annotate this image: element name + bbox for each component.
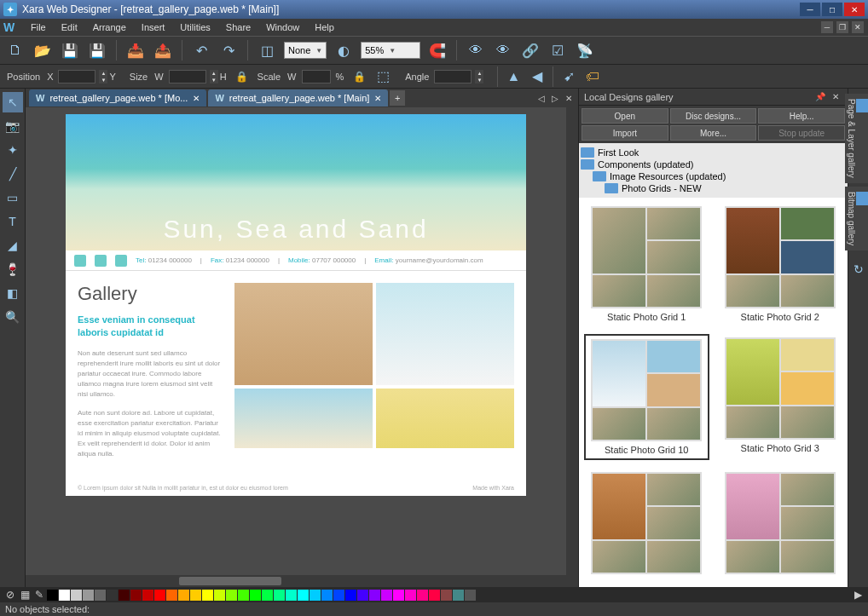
gallery-item[interactable]: Static Photo Grid 1	[584, 203, 709, 325]
social-icon[interactable]	[74, 255, 86, 267]
open-button[interactable]: Open	[582, 108, 668, 124]
angle-up[interactable]: ▲	[475, 70, 483, 77]
doc-close-button[interactable]: ✕	[852, 21, 864, 33]
menu-file[interactable]: File	[24, 20, 53, 34]
new-tab-button[interactable]: +	[390, 90, 405, 106]
hero-text[interactable]: Sun, Sea and Sand	[163, 215, 428, 250]
color-swatch[interactable]	[441, 590, 452, 601]
color-swatch[interactable]	[429, 590, 440, 601]
tab-prev-icon[interactable]: ◁	[535, 92, 547, 104]
arrow-tool-icon[interactable]: ➹	[558, 66, 579, 87]
selector-tool-icon[interactable]: ↖	[3, 92, 23, 112]
export-web-icon[interactable]: ☑	[547, 40, 568, 60]
color-swatch[interactable]	[202, 590, 213, 601]
color-swatch[interactable]	[286, 590, 297, 601]
transparency-tool-icon[interactable]: 🍷	[3, 259, 23, 279]
w-field[interactable]	[169, 70, 206, 83]
lock-scale-icon[interactable]: 🔒	[349, 66, 369, 87]
gallery-item[interactable]	[718, 469, 843, 581]
gallery-heading[interactable]: Gallery	[78, 283, 223, 305]
rect-tool-icon[interactable]: ▭	[3, 187, 23, 208]
fill-combo[interactable]: None▼	[284, 42, 327, 59]
publish-icon[interactable]: 📡	[575, 40, 595, 60]
refresh-icon[interactable]: ↻	[848, 259, 869, 279]
menu-utilities[interactable]: Utilities	[173, 20, 217, 34]
bitmap-gallery-tab[interactable]: Bitmap gallery	[845, 187, 868, 250]
zoom-combo[interactable]: 55%▼	[361, 42, 420, 59]
horizontal-scrollbar[interactable]	[26, 575, 578, 587]
canvas[interactable]: Sun, Sea and Sand Tel: 01234 000000 | Fa…	[26, 107, 566, 575]
undo-icon[interactable]: ↶	[191, 40, 211, 60]
menu-arrange[interactable]: Arrange	[86, 20, 133, 34]
open-icon[interactable]: 📂	[32, 40, 53, 60]
grid-cell[interactable]	[234, 283, 373, 385]
color-swatch[interactable]	[214, 590, 225, 601]
more-button[interactable]: More...	[670, 125, 757, 141]
hero-image[interactable]: Sun, Sea and Sand	[66, 114, 526, 250]
color-swatch[interactable]	[154, 590, 165, 601]
color-swatch[interactable]	[83, 590, 94, 601]
menu-help[interactable]: Help	[308, 20, 341, 34]
flip-v-icon[interactable]: ◀	[527, 66, 547, 87]
shape-tool-icon[interactable]: ✦	[3, 140, 23, 160]
grid-cell[interactable]	[376, 283, 514, 385]
color-swatch[interactable]	[310, 590, 321, 601]
gallery-item[interactable]: Static Photo Grid 3	[718, 334, 843, 460]
maximize-button[interactable]: □	[822, 3, 842, 16]
color-swatch[interactable]	[345, 590, 356, 601]
color-swatch[interactable]	[130, 590, 142, 601]
gallery-item[interactable]	[584, 469, 709, 581]
minimize-button[interactable]: ─	[800, 3, 820, 16]
color-swatch[interactable]	[298, 590, 309, 601]
pin-icon[interactable]: 📌	[815, 92, 825, 101]
snap-icon[interactable]: 🧲	[427, 40, 448, 60]
color-swatch[interactable]	[465, 590, 476, 601]
color-swatch[interactable]	[71, 590, 82, 601]
preview-page-icon[interactable]: 👁	[493, 40, 513, 60]
clone-icon[interactable]: ◫	[257, 40, 277, 60]
color-swatch[interactable]	[178, 590, 189, 601]
tab-close-icon[interactable]: ✕	[193, 94, 200, 103]
color-swatch[interactable]	[453, 590, 464, 601]
export-icon[interactable]: 📤	[153, 40, 173, 60]
color-swatch[interactable]	[238, 590, 249, 601]
gallery-tree[interactable]: First Look Components (updated) Image Re…	[579, 143, 848, 198]
color-swatch[interactable]	[142, 590, 153, 601]
page-layer-gallery-tab[interactable]: Page & Layer gallery	[845, 94, 868, 183]
w-up[interactable]: ▲	[210, 70, 218, 77]
tab-close-all-icon[interactable]: ✕	[563, 92, 575, 104]
help-button[interactable]: Help...	[758, 108, 845, 124]
link-icon[interactable]: 🔗	[520, 40, 541, 60]
angle-down[interactable]: ▼	[475, 77, 483, 83]
color-swatch[interactable]	[333, 590, 344, 601]
lock-aspect-icon[interactable]: 🔒	[232, 66, 252, 87]
color-swatch[interactable]	[417, 590, 428, 601]
close-button[interactable]: ✕	[844, 3, 865, 16]
x-up[interactable]: ▲	[99, 70, 107, 77]
text-tool-icon[interactable]: T	[3, 211, 23, 232]
menu-insert[interactable]: Insert	[135, 20, 172, 34]
vertical-scrollbar[interactable]	[566, 107, 578, 575]
photo-tool-icon[interactable]: 📷	[3, 116, 23, 136]
disc-designs-button[interactable]: Disc designs...	[670, 108, 757, 124]
grid-cell[interactable]	[234, 389, 373, 448]
color-swatch[interactable]	[357, 590, 368, 601]
tab-next-icon[interactable]: ▷	[549, 92, 561, 104]
color-swatch[interactable]	[226, 590, 237, 601]
w-down[interactable]: ▼	[210, 77, 218, 83]
color-swatch[interactable]	[274, 590, 285, 601]
color-swatch[interactable]	[119, 590, 130, 601]
color-swatch[interactable]	[250, 590, 261, 601]
x-down[interactable]: ▼	[99, 77, 107, 83]
menu-window[interactable]: Window	[259, 20, 306, 34]
tag-icon[interactable]: 🏷	[582, 66, 603, 87]
x-field[interactable]	[58, 70, 95, 83]
color-swatch[interactable]	[381, 590, 392, 601]
scale-w-field[interactable]	[302, 70, 331, 83]
new-icon[interactable]: 🗋	[5, 40, 26, 60]
import-icon[interactable]: 📥	[125, 40, 146, 60]
fill-tool-icon[interactable]: ◢	[3, 235, 23, 256]
color-swatch[interactable]	[369, 590, 380, 601]
color-swatch[interactable]	[393, 590, 404, 601]
color-swatch[interactable]	[190, 590, 201, 601]
